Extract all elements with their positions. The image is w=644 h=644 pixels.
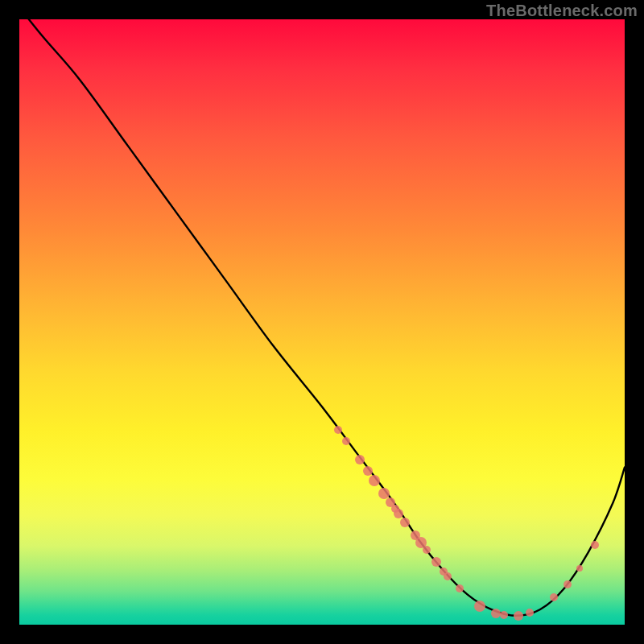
curve-marker [431,557,441,567]
chart-root: TheBottleneck.com [0,0,644,644]
chart-svg [19,19,625,625]
curve-marker [491,609,501,618]
curve-marker [400,518,410,527]
curve-marker [474,601,485,612]
curve-marker [355,455,365,464]
curve-marker [444,572,452,580]
curve-marker [591,541,599,549]
curve-marker [526,609,534,617]
curve-marker [514,611,523,621]
curve-marker [576,565,583,572]
plot-area [19,19,625,625]
curve-marker [500,611,508,619]
curve-markers [334,426,599,621]
watermark-text: TheBottleneck.com [486,2,638,20]
curve-marker [378,488,390,499]
curve-marker [564,580,572,588]
curve-marker [456,584,464,592]
curve-marker [394,509,403,518]
curve-marker [342,437,350,445]
curve-marker [334,426,342,434]
curve-marker [423,546,431,554]
bottleneck-curve [19,19,625,616]
curve-marker [550,593,558,601]
curve-marker [363,466,373,476]
curve-marker [369,475,380,486]
